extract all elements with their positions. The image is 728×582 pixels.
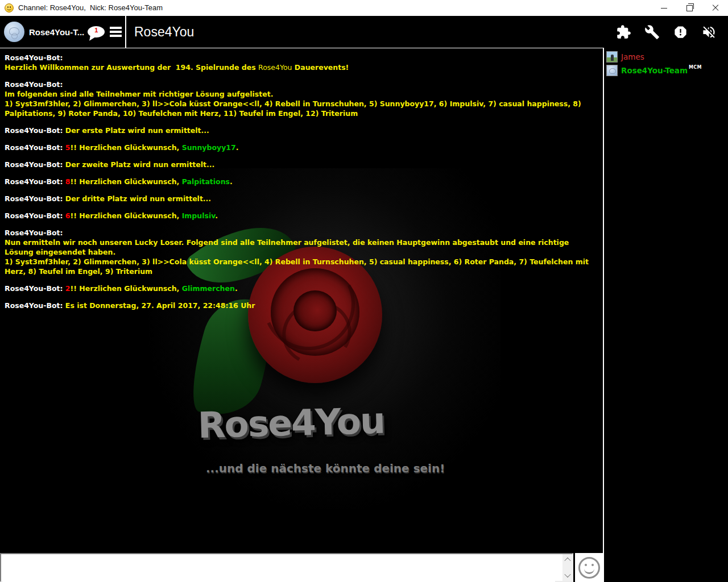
user-row[interactable]: Rose4You-TeamMCM — [606, 64, 726, 77]
watermark-logo: Rose4You — [197, 400, 385, 447]
mcm-badge: MCM — [689, 65, 702, 70]
scroll-up-icon[interactable] — [562, 555, 572, 564]
unread-message-bubble-icon[interactable]: 1 — [88, 26, 105, 38]
chat-message: Rose4You-Bot: Es ist Donnerstag, 27. Apr… — [5, 301, 597, 310]
chat-message: Rose4You-Bot: 8!! Herzlichen Glückwunsch… — [5, 177, 597, 186]
chat-message: Rose4You-Bot: 6!! Herzlichen Glückwunsch… — [5, 211, 597, 221]
chat-message: Rose4You-Bot:Nun ermitteln wir noch unse… — [5, 228, 597, 276]
chat-message: Rose4You-Bot: Der dritte Platz wird nun … — [5, 194, 597, 203]
channel-header: Rose4You-T... 1 Rose4You — [0, 16, 728, 48]
close-icon — [712, 5, 719, 11]
user-row[interactable]: James — [606, 50, 726, 63]
message-input[interactable] — [2, 555, 555, 582]
composer-bar — [0, 553, 573, 582]
header-toolbar — [616, 16, 717, 48]
report-alert-icon[interactable] — [673, 24, 688, 40]
minimize-icon — [661, 8, 667, 9]
tab-label: Rose4You-T... — [29, 27, 84, 37]
tab-rose4you-team[interactable]: Rose4You-T... 1 — [0, 16, 107, 48]
scroll-down-icon[interactable] — [562, 571, 572, 580]
watermark-tagline: ...und die nächste könnte deine sein! — [206, 462, 445, 475]
composer-scrollbar[interactable] — [562, 554, 572, 581]
smiley-emoji-icon[interactable] — [578, 557, 600, 579]
settings-wrench-icon[interactable] — [644, 24, 660, 40]
channel-title: Rose4You — [134, 24, 194, 40]
close-button[interactable] — [702, 0, 728, 16]
unread-count-badge: 1 — [88, 27, 105, 34]
user-name[interactable]: James — [621, 52, 644, 61]
chat-message: Rose4You-Bot: 2!! Herzlichen Glückwunsch… — [5, 284, 597, 293]
window-controls — [651, 0, 728, 16]
message-list: Rose4You-Bot:Herzlich Willkommen zur Aus… — [5, 53, 597, 318]
smiley-panel — [575, 553, 603, 582]
tab-avatar — [4, 22, 24, 42]
chat-message: Rose4You-Bot:Herzlich Willkommen zur Aus… — [5, 53, 597, 72]
restore-icon — [686, 5, 693, 11]
title-bar: Channel: Rose4You, Nick: Rose4You-Team — [0, 0, 728, 16]
user-list: JamesRose4You-TeamMCM — [603, 48, 728, 582]
apps-puzzle-icon[interactable] — [616, 24, 631, 40]
chat-message: Rose4You-Bot:Im folgenden sind alle Teil… — [5, 80, 597, 118]
restore-button[interactable] — [677, 0, 702, 16]
chat-message: Rose4You-Bot: 5!! Herzlichen Glückwunsch… — [5, 143, 597, 152]
user-name[interactable]: Rose4You-Team — [621, 66, 688, 75]
menu-hamburger-icon[interactable] — [110, 27, 122, 37]
sound-muted-icon[interactable] — [701, 24, 717, 40]
minimize-button[interactable] — [651, 0, 677, 16]
user-avatar — [606, 65, 618, 76]
window-title: Channel: Rose4You, Nick: Rose4You-Team — [18, 0, 163, 16]
chat-message: Rose4You-Bot: Der erste Platz wird nun e… — [5, 126, 597, 135]
tab-separator — [125, 16, 126, 48]
chat-message: Rose4You-Bot: Der zweite Platz wird nun … — [5, 160, 597, 169]
user-avatar — [606, 51, 618, 63]
app-smiley-icon — [5, 3, 14, 13]
chat-area: Rose4You ...und die nächste könnte deine… — [0, 48, 603, 553]
